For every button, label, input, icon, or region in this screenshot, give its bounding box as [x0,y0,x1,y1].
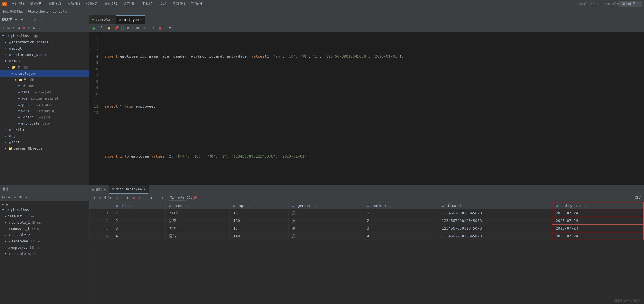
tree-item-col-id[interactable]: ≡ id int [0,83,89,89]
menu-file[interactable]: 文件(F) [9,1,27,7]
svc-item-console1[interactable]: ▼ ◈ console_1 56 ms [0,219,89,226]
svc-grid2-icon[interactable]: ⊞ [6,202,8,206]
db-open-icon[interactable]: ⊡ [6,26,11,30]
results-undo-btn[interactable]: ↺ [149,196,153,200]
db-new-icon[interactable]: ＋ [1,26,6,30]
results-ddl-btn[interactable]: DDL [187,196,192,200]
breadcrumb-console[interactable]: console [53,10,67,14]
breadcrumb-db-console[interactable]: 数据库控制台 [3,9,23,14]
sort-icon-gender[interactable]: ⇅ [314,204,316,207]
tree-item-localhost[interactable]: ▼ 🖥 @localhost 8 [0,33,89,39]
db-filter-icon[interactable]: ≡ [26,17,31,22]
cell-gender[interactable]: 男 [288,217,363,225]
svc-item-employee-sub[interactable]: ⊞ employee 133 ms [0,244,89,251]
cell-id[interactable]: 3 [112,225,166,232]
tree-item-tables[interactable]: ▼ 📁 表 1 [0,64,89,70]
cell-age[interactable]: 140 [230,232,288,240]
svc-list-icon[interactable]: ≡ [7,195,11,200]
results-stop-btn[interactable]: ■ [131,196,136,200]
tree-item-col-gender[interactable]: ≡ gender varchar(1) [0,102,89,108]
code-editor[interactable]: 1 2 ✓3 4 5 6 7 8 9 10 11 12 13 insert em… [89,32,644,185]
tree-item-employee[interactable]: ▼ ⊞ employee [0,70,89,77]
cell-gender[interactable]: 男 [288,232,363,240]
tree-item-server-objects[interactable]: ▶ 📁 Server Objects [0,145,89,152]
tree-item-col-idcard[interactable]: ≡ idcard char(18) [0,114,89,120]
cell-idcard[interactable]: 123456789012345678 [438,209,552,217]
sort-icon-id[interactable]: ⇅ [129,204,131,207]
add-config-button[interactable]: 添加配置... [619,1,642,7]
cell-age[interactable]: 18 [230,225,288,232]
tree-item-col-workno[interactable]: ≡ workno varchar(10) [0,108,89,114]
menu-run[interactable]: 运行(U) [121,1,139,7]
db-more-icon[interactable]: ⊞ [32,26,36,30]
results-pin-btn[interactable]: 📌 [193,196,197,200]
tree-item-test[interactable]: ▶ ▣ test [0,139,89,145]
results-refresh-btn[interactable]: ↻ [126,196,130,200]
pin-button[interactable]: 📌 [113,25,120,31]
sort-icon-name[interactable]: ⇅ [187,204,189,207]
db-edit-icon[interactable]: ✎ [27,26,31,30]
col-header-name[interactable]: ⊞ name ⇅ [166,202,230,209]
db-arrow-icon[interactable]: ⇥ [37,26,41,30]
menu-refactor[interactable]: 重构(R) [102,1,120,7]
svc-add-icon[interactable]: ＋ [30,195,34,200]
tab-console[interactable]: ▶ console ✕ [89,15,116,24]
cell-age[interactable]: 18 [230,209,288,217]
stop-button[interactable]: ■ [157,25,163,31]
col-header-gender[interactable]: ⊞ gender ⇅ [288,202,363,209]
cell-name[interactable]: 玄奘 [166,225,230,232]
results-export-btn[interactable]: ⬆ [160,196,164,200]
cell-workno[interactable]: 3 [363,225,438,232]
col-header-age[interactable]: ⊞ age ⇅ [230,202,288,209]
tree-item-col-age[interactable]: ≡ age tinyint unsigned [0,95,89,102]
tree-item-performance-schema[interactable]: ▶ ▣ performance_schema [0,52,89,58]
tx-selector[interactable]: Tx: 自动 [123,25,141,31]
menu-navigate[interactable]: 导航(N) [65,1,83,7]
menu-help[interactable]: 帮助(H) [189,1,206,7]
timer-button[interactable]: ⏱ [99,25,105,31]
table-row[interactable]: 4 4 悟能 140 男 4 123456723012345078 2023-0… [90,232,644,240]
check-button[interactable]: ✓ [142,25,149,31]
svc-sort-icon[interactable]: ⇅ [12,195,17,200]
code-editor-content[interactable]: insert employee(id, name, age, gender, w… [102,32,644,185]
run-button[interactable]: ▶ [91,25,97,31]
db-refresh-icon[interactable]: ↻ [11,26,16,30]
menu-git[interactable]: Git [158,1,169,7]
sort-icon-entrydate[interactable]: ⇅ [585,204,586,207]
db-close-icon[interactable]: − [39,17,43,22]
cell-age[interactable]: 180 [230,217,288,225]
cell-idcard[interactable]: 123456789012345078 [438,217,552,225]
menu-edit[interactable]: 编辑(E) [28,1,45,7]
db-schema-icon[interactable]: ⇄ [16,26,21,30]
col-header-idcard[interactable]: ⊞ idcard [438,202,552,209]
db-add-icon[interactable]: ＋ [14,17,18,22]
menu-view[interactable]: 视图(V) [46,1,64,7]
results-tab-output[interactable]: ▣ 输出 ✕ [89,185,109,194]
results-prev-btn[interactable]: ◁ [97,196,101,200]
svc-item-console[interactable]: ▼ ◈ console 52 ms [0,251,89,257]
results-redo-btn[interactable]: ↻ [154,196,159,200]
svc-item-default[interactable]: ◈ default 136 ms [0,213,89,219]
table-tab-close[interactable]: ✕ [143,187,145,191]
cell-name[interactable]: 悟空 [166,217,230,225]
sort-icon-workno[interactable]: ⇅ [389,204,391,207]
cell-name[interactable]: 悟能 [166,232,230,240]
table-row[interactable]: 2 2 悟空 180 男 2 123456789012345078 2023-0… [90,217,644,225]
results-tab-table[interactable]: ⊞ rmzh.employee ✕ [109,185,149,194]
col-header-workno[interactable]: ⊞ workno ⇅ [363,202,438,209]
tree-item-sys[interactable]: ▶ ▣ sys [0,133,89,139]
tree-item-sakila[interactable]: ▶ ▣ sakila [0,127,89,133]
svc-grid-icon[interactable]: ⊞ [18,195,23,200]
format-button[interactable]: ≡ [167,25,173,31]
cell-gender[interactable]: 男 [288,225,363,232]
cell-gender[interactable]: 男 [288,209,363,217]
results-last-btn[interactable]: ⊢ [120,196,125,200]
cell-entrydate[interactable]: 2023-07-24 [552,209,644,217]
tab-employee[interactable]: ⊞ employee ✕ [116,15,145,24]
db-sync-icon[interactable]: ⇌ [20,17,24,22]
results-add-btn[interactable]: ＋ [137,196,142,200]
cell-workno[interactable]: 4 [363,232,438,240]
svc-export-icon[interactable]: ↗ [24,195,28,200]
menu-tools[interactable]: 工具(I) [140,1,157,7]
tree-item-col-name[interactable]: ≡ name varchar(50) [0,89,89,95]
